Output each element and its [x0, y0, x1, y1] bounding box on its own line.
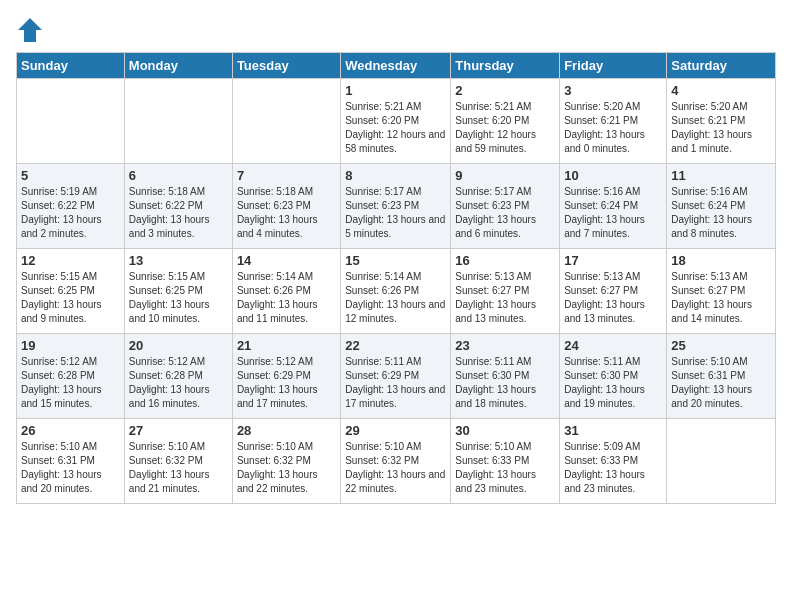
calendar-cell: 14Sunrise: 5:14 AM Sunset: 6:26 PM Dayli… [232, 249, 340, 334]
calendar-cell [124, 79, 232, 164]
day-info: Sunrise: 5:13 AM Sunset: 6:27 PM Dayligh… [671, 270, 771, 326]
day-number: 11 [671, 168, 771, 183]
day-number: 5 [21, 168, 120, 183]
calendar-cell: 25Sunrise: 5:10 AM Sunset: 6:31 PM Dayli… [667, 334, 776, 419]
calendar-cell: 26Sunrise: 5:10 AM Sunset: 6:31 PM Dayli… [17, 419, 125, 504]
calendar-week-2: 5Sunrise: 5:19 AM Sunset: 6:22 PM Daylig… [17, 164, 776, 249]
calendar-cell: 16Sunrise: 5:13 AM Sunset: 6:27 PM Dayli… [451, 249, 560, 334]
day-number: 22 [345, 338, 446, 353]
calendar-cell: 22Sunrise: 5:11 AM Sunset: 6:29 PM Dayli… [341, 334, 451, 419]
day-info: Sunrise: 5:19 AM Sunset: 6:22 PM Dayligh… [21, 185, 120, 241]
day-number: 7 [237, 168, 336, 183]
day-info: Sunrise: 5:14 AM Sunset: 6:26 PM Dayligh… [345, 270, 446, 326]
calendar-cell: 8Sunrise: 5:17 AM Sunset: 6:23 PM Daylig… [341, 164, 451, 249]
calendar-cell: 20Sunrise: 5:12 AM Sunset: 6:28 PM Dayli… [124, 334, 232, 419]
day-number: 2 [455, 83, 555, 98]
day-number: 4 [671, 83, 771, 98]
day-number: 26 [21, 423, 120, 438]
day-number: 21 [237, 338, 336, 353]
calendar-cell: 19Sunrise: 5:12 AM Sunset: 6:28 PM Dayli… [17, 334, 125, 419]
calendar-cell: 27Sunrise: 5:10 AM Sunset: 6:32 PM Dayli… [124, 419, 232, 504]
calendar-cell: 21Sunrise: 5:12 AM Sunset: 6:29 PM Dayli… [232, 334, 340, 419]
page-header [16, 16, 776, 44]
day-number: 30 [455, 423, 555, 438]
day-number: 3 [564, 83, 662, 98]
day-info: Sunrise: 5:14 AM Sunset: 6:26 PM Dayligh… [237, 270, 336, 326]
day-info: Sunrise: 5:21 AM Sunset: 6:20 PM Dayligh… [455, 100, 555, 156]
calendar-cell: 23Sunrise: 5:11 AM Sunset: 6:30 PM Dayli… [451, 334, 560, 419]
weekday-header-tuesday: Tuesday [232, 53, 340, 79]
day-info: Sunrise: 5:18 AM Sunset: 6:22 PM Dayligh… [129, 185, 228, 241]
day-number: 12 [21, 253, 120, 268]
day-info: Sunrise: 5:10 AM Sunset: 6:32 PM Dayligh… [237, 440, 336, 496]
day-number: 15 [345, 253, 446, 268]
weekday-header-monday: Monday [124, 53, 232, 79]
calendar-cell: 5Sunrise: 5:19 AM Sunset: 6:22 PM Daylig… [17, 164, 125, 249]
day-info: Sunrise: 5:20 AM Sunset: 6:21 PM Dayligh… [671, 100, 771, 156]
day-number: 27 [129, 423, 228, 438]
day-number: 20 [129, 338, 228, 353]
day-info: Sunrise: 5:16 AM Sunset: 6:24 PM Dayligh… [564, 185, 662, 241]
day-number: 16 [455, 253, 555, 268]
calendar-week-4: 19Sunrise: 5:12 AM Sunset: 6:28 PM Dayli… [17, 334, 776, 419]
day-info: Sunrise: 5:09 AM Sunset: 6:33 PM Dayligh… [564, 440, 662, 496]
calendar-cell [232, 79, 340, 164]
calendar-cell: 4Sunrise: 5:20 AM Sunset: 6:21 PM Daylig… [667, 79, 776, 164]
day-info: Sunrise: 5:11 AM Sunset: 6:29 PM Dayligh… [345, 355, 446, 411]
calendar-cell: 13Sunrise: 5:15 AM Sunset: 6:25 PM Dayli… [124, 249, 232, 334]
day-number: 31 [564, 423, 662, 438]
day-info: Sunrise: 5:10 AM Sunset: 6:32 PM Dayligh… [129, 440, 228, 496]
day-info: Sunrise: 5:17 AM Sunset: 6:23 PM Dayligh… [345, 185, 446, 241]
weekday-header-friday: Friday [560, 53, 667, 79]
day-info: Sunrise: 5:12 AM Sunset: 6:29 PM Dayligh… [237, 355, 336, 411]
calendar-cell [17, 79, 125, 164]
day-number: 18 [671, 253, 771, 268]
day-number: 14 [237, 253, 336, 268]
day-number: 25 [671, 338, 771, 353]
calendar-cell: 24Sunrise: 5:11 AM Sunset: 6:30 PM Dayli… [560, 334, 667, 419]
day-number: 29 [345, 423, 446, 438]
day-info: Sunrise: 5:17 AM Sunset: 6:23 PM Dayligh… [455, 185, 555, 241]
day-info: Sunrise: 5:18 AM Sunset: 6:23 PM Dayligh… [237, 185, 336, 241]
day-number: 1 [345, 83, 446, 98]
day-info: Sunrise: 5:12 AM Sunset: 6:28 PM Dayligh… [21, 355, 120, 411]
day-number: 9 [455, 168, 555, 183]
weekday-header-saturday: Saturday [667, 53, 776, 79]
calendar-cell: 11Sunrise: 5:16 AM Sunset: 6:24 PM Dayli… [667, 164, 776, 249]
calendar-cell: 9Sunrise: 5:17 AM Sunset: 6:23 PM Daylig… [451, 164, 560, 249]
calendar-cell: 3Sunrise: 5:20 AM Sunset: 6:21 PM Daylig… [560, 79, 667, 164]
day-number: 17 [564, 253, 662, 268]
calendar-week-3: 12Sunrise: 5:15 AM Sunset: 6:25 PM Dayli… [17, 249, 776, 334]
calendar-cell: 17Sunrise: 5:13 AM Sunset: 6:27 PM Dayli… [560, 249, 667, 334]
day-number: 13 [129, 253, 228, 268]
day-number: 10 [564, 168, 662, 183]
day-info: Sunrise: 5:11 AM Sunset: 6:30 PM Dayligh… [564, 355, 662, 411]
day-info: Sunrise: 5:15 AM Sunset: 6:25 PM Dayligh… [129, 270, 228, 326]
calendar-cell: 7Sunrise: 5:18 AM Sunset: 6:23 PM Daylig… [232, 164, 340, 249]
day-info: Sunrise: 5:10 AM Sunset: 6:32 PM Dayligh… [345, 440, 446, 496]
day-info: Sunrise: 5:10 AM Sunset: 6:33 PM Dayligh… [455, 440, 555, 496]
logo [16, 16, 48, 44]
calendar-cell: 6Sunrise: 5:18 AM Sunset: 6:22 PM Daylig… [124, 164, 232, 249]
weekday-header-wednesday: Wednesday [341, 53, 451, 79]
weekday-header-row: SundayMondayTuesdayWednesdayThursdayFrid… [17, 53, 776, 79]
calendar-week-1: 1Sunrise: 5:21 AM Sunset: 6:20 PM Daylig… [17, 79, 776, 164]
calendar-cell: 31Sunrise: 5:09 AM Sunset: 6:33 PM Dayli… [560, 419, 667, 504]
day-number: 23 [455, 338, 555, 353]
day-number: 8 [345, 168, 446, 183]
day-info: Sunrise: 5:13 AM Sunset: 6:27 PM Dayligh… [455, 270, 555, 326]
calendar-cell: 2Sunrise: 5:21 AM Sunset: 6:20 PM Daylig… [451, 79, 560, 164]
day-info: Sunrise: 5:12 AM Sunset: 6:28 PM Dayligh… [129, 355, 228, 411]
calendar-cell: 30Sunrise: 5:10 AM Sunset: 6:33 PM Dayli… [451, 419, 560, 504]
calendar-week-5: 26Sunrise: 5:10 AM Sunset: 6:31 PM Dayli… [17, 419, 776, 504]
calendar-cell: 10Sunrise: 5:16 AM Sunset: 6:24 PM Dayli… [560, 164, 667, 249]
logo-icon [16, 16, 44, 44]
weekday-header-sunday: Sunday [17, 53, 125, 79]
day-info: Sunrise: 5:10 AM Sunset: 6:31 PM Dayligh… [21, 440, 120, 496]
day-info: Sunrise: 5:15 AM Sunset: 6:25 PM Dayligh… [21, 270, 120, 326]
day-info: Sunrise: 5:21 AM Sunset: 6:20 PM Dayligh… [345, 100, 446, 156]
day-info: Sunrise: 5:11 AM Sunset: 6:30 PM Dayligh… [455, 355, 555, 411]
day-info: Sunrise: 5:10 AM Sunset: 6:31 PM Dayligh… [671, 355, 771, 411]
calendar-cell: 15Sunrise: 5:14 AM Sunset: 6:26 PM Dayli… [341, 249, 451, 334]
day-info: Sunrise: 5:16 AM Sunset: 6:24 PM Dayligh… [671, 185, 771, 241]
